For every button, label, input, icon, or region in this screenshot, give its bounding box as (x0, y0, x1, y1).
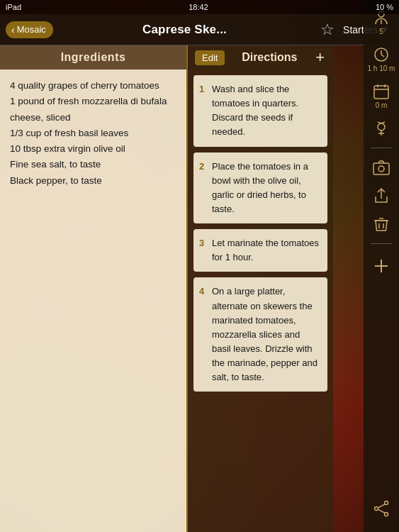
svg-line-13 (381, 122, 385, 123)
mixer-icon[interactable] (372, 116, 390, 140)
svg-line-25 (378, 509, 385, 513)
ingredient-item: 10 tbsp extra virgin olive oil (10, 141, 176, 157)
add-step-button[interactable]: + (314, 50, 326, 65)
ingredient-item: 1 pound of fresh mozzarella di bufala ch… (10, 94, 176, 126)
svg-point-21 (385, 501, 388, 505)
svg-line-24 (378, 504, 385, 508)
time-icon[interactable]: 1 h 10 m (368, 43, 395, 75)
step-number-4: 4 (199, 284, 204, 299)
step-text-2: Place the tomatoes in a bowl with the ol… (212, 161, 308, 214)
directions-body: 1 Wash and slice the tomatoes in quarter… (188, 70, 333, 532)
sidebar-divider-2 (371, 243, 392, 244)
back-button[interactable]: ‹ Mosaic (6, 21, 53, 38)
svg-line-12 (378, 122, 381, 123)
direction-step-3: 3 Let marinate the tomatoes for 1 hour. (193, 229, 327, 272)
back-label: Mosaic (17, 24, 46, 35)
top-bar: ‹ Mosaic Caprese Ske... ☆ Starters ▼ (0, 14, 399, 45)
directions-title: Directions (225, 51, 314, 64)
sidebar-divider-1 (371, 148, 392, 148)
directions-panel: Edit Directions + 1 Wash and slice the t… (188, 45, 333, 532)
step-text-4: On a large platter, alternate on skewers… (212, 286, 317, 382)
servings-label: 5 (379, 28, 383, 35)
calendar-icon[interactable]: 0 m (372, 79, 390, 112)
step-number-3: 3 (199, 236, 204, 250)
trash-icon[interactable] (372, 212, 390, 236)
page-title: Caprese Ske... (53, 23, 316, 37)
step-text-1: Wash and slice the tomatoes in quarters.… (212, 84, 298, 137)
step-number-2: 2 (199, 160, 204, 174)
plus-icon[interactable] (372, 254, 390, 278)
camera-icon[interactable] (372, 155, 390, 179)
calendar-label: 0 m (376, 101, 388, 109)
step-number-1: 1 (199, 82, 204, 96)
ingredient-item: Black pepper, to taste (10, 173, 176, 189)
svg-rect-14 (373, 163, 389, 174)
svg-point-22 (375, 507, 378, 511)
svg-point-15 (378, 166, 384, 172)
step-text-3: Let marinate the tomatoes for 1 hour. (212, 238, 319, 262)
svg-point-23 (385, 513, 388, 516)
direction-step-1: 1 Wash and slice the tomatoes in quarter… (193, 75, 327, 147)
directions-header: Edit Directions + (188, 45, 333, 70)
svg-point-9 (378, 123, 385, 131)
time-display: 18:42 (189, 3, 208, 11)
share-bottom-icon[interactable] (372, 497, 390, 521)
device-label: iPad (6, 3, 21, 11)
favorite-button[interactable]: ☆ (316, 21, 339, 39)
right-sidebar: 5 1 h 10 m 0 m (364, 0, 399, 532)
main-content: Ingredients 4 quality grapes of cherry t… (0, 45, 364, 532)
direction-step-2: 2 Place the tomatoes in a bowl with the … (193, 153, 327, 224)
share-icon[interactable] (372, 184, 390, 208)
edit-button[interactable]: Edit (195, 50, 225, 65)
ingredient-item: 4 quality grapes of cherry tomatoes (10, 78, 176, 94)
direction-step-4: 4 On a large platter, alternate on skewe… (193, 277, 327, 392)
back-chevron: ‹ (11, 24, 15, 35)
ingredients-body: 4 quality grapes of cherry tomatoes 1 po… (0, 70, 186, 532)
battery-label: 10 % (376, 3, 393, 11)
svg-line-4 (381, 55, 384, 57)
svg-rect-5 (374, 86, 388, 99)
ingredient-item: 1/3 cup of fresh basil leaves (10, 126, 176, 141)
time-label: 1 h 10 m (368, 65, 395, 72)
status-bar: iPad 18:42 10 % (0, 0, 399, 14)
ingredient-item: Fine sea salt, to taste (10, 157, 176, 172)
ingredients-panel: Ingredients 4 quality grapes of cherry t… (0, 45, 188, 532)
ingredients-header: Ingredients (0, 45, 186, 70)
